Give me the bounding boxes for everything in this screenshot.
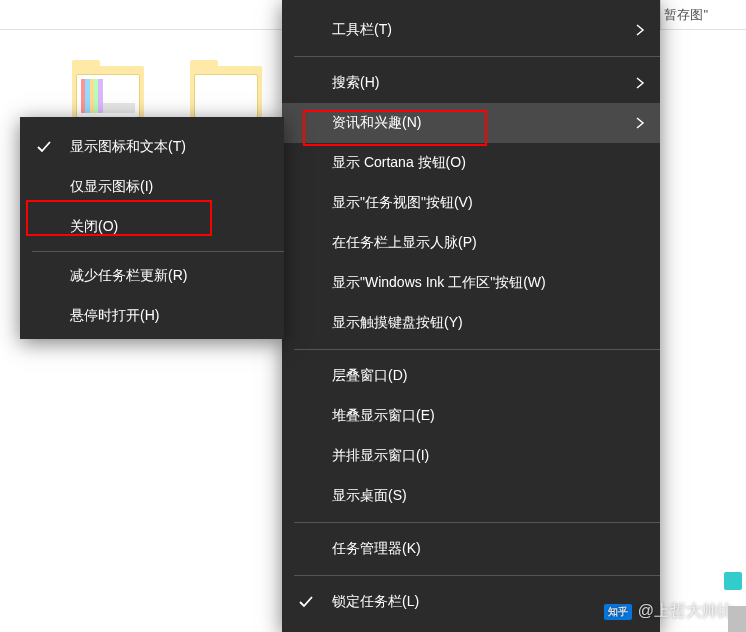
menu-label: 锁定任务栏(L) — [332, 593, 419, 611]
menu-label: 显示触摸键盘按钮(Y) — [332, 314, 463, 332]
menu-label: 悬停时打开(H) — [70, 307, 159, 325]
menu-label: 仅显示图标(I) — [70, 178, 153, 196]
menu-item-show-taskview[interactable]: 显示"任务视图"按钮(V) — [282, 183, 660, 223]
submenu-item-open-on-hover[interactable]: 悬停时打开(H) — [20, 296, 284, 336]
submenu-item-icons-only[interactable]: 仅显示图标(I) — [20, 167, 284, 207]
menu-item-show-touch-keyboard[interactable]: 显示触摸键盘按钮(Y) — [282, 303, 660, 343]
menu-label: 在任务栏上显示人脉(P) — [332, 234, 477, 252]
scrollbar-corner — [728, 606, 746, 632]
menu-item-show-cortana[interactable]: 显示 Cortana 按钮(O) — [282, 143, 660, 183]
taskbar-context-menu: 工具栏(T) 搜索(H) 资讯和兴趣(N) 显示 Cortana 按钮(O) 显… — [282, 0, 660, 632]
menu-label: 显示桌面(S) — [332, 487, 407, 505]
separator — [294, 522, 660, 523]
zhihu-icon: 知乎 — [604, 604, 632, 620]
menu-item-side-by-side[interactable]: 并排显示窗口(I) — [282, 436, 660, 476]
menu-item-cascade[interactable]: 层叠窗口(D) — [282, 356, 660, 396]
menu-item-show-desktop[interactable]: 显示桌面(S) — [282, 476, 660, 516]
menu-item-show-ink[interactable]: 显示"Windows Ink 工作区"按钮(W) — [282, 263, 660, 303]
menu-label: 任务管理器(K) — [332, 540, 421, 558]
chevron-right-icon — [634, 24, 646, 36]
submenu-item-icons-text[interactable]: 显示图标和文本(T) — [20, 127, 284, 167]
menu-item-news-interests[interactable]: 资讯和兴趣(N) — [282, 103, 660, 143]
menu-item-stack[interactable]: 堆叠显示窗口(E) — [282, 396, 660, 436]
news-interests-submenu: 显示图标和文本(T) 仅显示图标(I) 关闭(O) 减少任务栏更新(R) 悬停时… — [20, 117, 284, 339]
menu-label: 搜索(H) — [332, 74, 379, 92]
menu-label: 并排显示窗口(I) — [332, 447, 429, 465]
menu-label: 减少任务栏更新(R) — [70, 267, 187, 285]
separator — [32, 251, 284, 252]
menu-item-task-manager[interactable]: 任务管理器(K) — [282, 529, 660, 569]
tray-icon[interactable] — [724, 572, 742, 590]
submenu-item-reduce-updates[interactable]: 减少任务栏更新(R) — [20, 256, 284, 296]
menu-label: 显示 Cortana 按钮(O) — [332, 154, 466, 172]
menu-item-show-people[interactable]: 在任务栏上显示人脉(P) — [282, 223, 660, 263]
submenu-item-close[interactable]: 关闭(O) — [20, 207, 284, 247]
menu-item-search[interactable]: 搜索(H) — [282, 63, 660, 103]
menu-item-toolbar[interactable]: 工具栏(T) — [282, 10, 660, 50]
separator — [294, 56, 660, 57]
menu-label: 显示图标和文本(T) — [70, 138, 186, 156]
divider — [660, 0, 661, 30]
folder-icon[interactable] — [190, 60, 262, 118]
watermark-text: @上哲大帅比 — [638, 601, 734, 622]
chevron-right-icon — [634, 117, 646, 129]
separator — [294, 349, 660, 350]
check-icon — [36, 139, 52, 155]
separator — [294, 575, 660, 576]
menu-label: 层叠窗口(D) — [332, 367, 407, 385]
chevron-right-icon — [634, 77, 646, 89]
menu-label: 显示"Windows Ink 工作区"按钮(W) — [332, 274, 546, 292]
menu-label: 工具栏(T) — [332, 21, 392, 39]
menu-label: 关闭(O) — [70, 218, 118, 236]
menu-label: 堆叠显示窗口(E) — [332, 407, 435, 425]
folder-icon[interactable] — [72, 60, 144, 118]
watermark: 知乎 @上哲大帅比 — [604, 601, 734, 622]
check-icon — [298, 594, 314, 610]
menu-label: 显示"任务视图"按钮(V) — [332, 194, 473, 212]
menu-label: 资讯和兴趣(N) — [332, 114, 421, 132]
temp-save-label: 暂存图" — [664, 6, 708, 24]
